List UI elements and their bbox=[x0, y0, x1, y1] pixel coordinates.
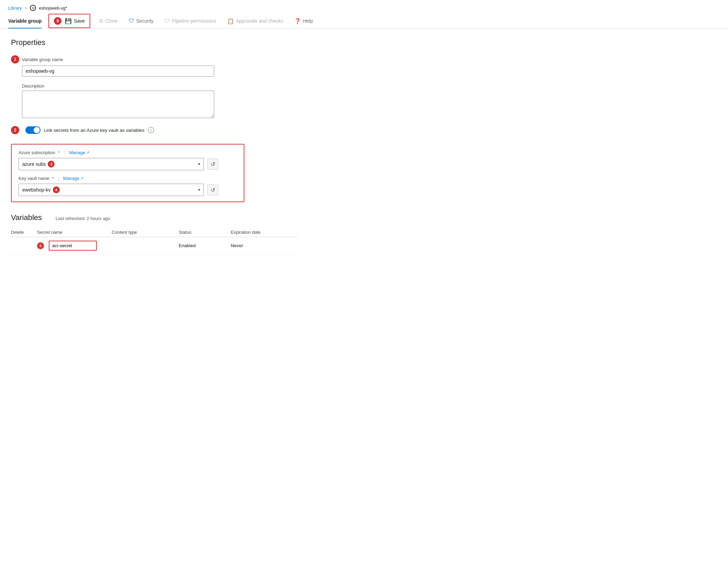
pipeline-icon: 🛡 bbox=[164, 18, 170, 24]
description-input[interactable] bbox=[22, 91, 214, 118]
shield-icon: 🛡 bbox=[129, 18, 134, 24]
approvals-label: Approvals and checks bbox=[236, 18, 283, 24]
tab-variable-group[interactable]: Variable group bbox=[8, 14, 42, 28]
content-type-cell bbox=[112, 237, 178, 254]
last-refreshed: Last refreshed: 2 hours ago bbox=[56, 216, 110, 221]
chevron-down-icon-2: ▾ bbox=[198, 187, 200, 192]
clone-label: Clone bbox=[105, 18, 118, 24]
toggle-label: Link secrets from an Azure key vault as … bbox=[44, 128, 145, 133]
key-vault-name-label: Key vault name bbox=[19, 176, 49, 181]
secret-name-cell: 5 bbox=[37, 237, 112, 254]
library-link[interactable]: Library bbox=[8, 5, 22, 11]
tab-variable-group-label: Variable group bbox=[8, 18, 42, 24]
breadcrumb-current-page: eshopweb-vg* bbox=[39, 5, 67, 11]
variable-group-icon: ⊙ bbox=[30, 5, 36, 11]
variables-table: Delete Secret name Content type Status E… bbox=[11, 228, 298, 254]
link-secrets-toggle[interactable] bbox=[25, 126, 41, 134]
col-header-secret-name: Secret name bbox=[37, 228, 112, 237]
save-badge: 6 bbox=[54, 17, 61, 25]
save-button[interactable]: 6 💾 Save bbox=[48, 14, 90, 28]
approvals-button[interactable]: 📋 Approvals and checks bbox=[222, 15, 288, 27]
step4-badge: 4 bbox=[53, 186, 60, 193]
pipeline-permissions-button[interactable]: 🛡 Pipeline permissions bbox=[160, 15, 221, 27]
security-label: Security bbox=[136, 18, 154, 24]
col-header-delete: Delete bbox=[11, 228, 37, 237]
main-content: Properties 1 Variable group name Descrip… bbox=[0, 28, 309, 264]
toolbar: Variable group 6 💾 Save ⧉ Clone 🛡 Securi… bbox=[0, 14, 728, 28]
refresh-keyvault-button[interactable]: ↺ bbox=[207, 184, 218, 195]
azure-subscription-label: Azure subscription bbox=[19, 150, 55, 155]
variable-group-name-field: 1 Variable group name bbox=[11, 55, 298, 77]
variable-group-name-input[interactable] bbox=[22, 66, 214, 77]
pipeline-permissions-label: Pipeline permissions bbox=[172, 18, 216, 24]
col-header-expiration-date: Expiration date bbox=[231, 228, 298, 237]
col-header-content-type: Content type bbox=[112, 228, 178, 237]
external-link-icon-2: ↗ bbox=[80, 176, 83, 181]
chevron-down-icon: ▾ bbox=[198, 162, 200, 166]
azure-subscription-value: azure subs bbox=[22, 161, 46, 167]
save-icon: 💾 bbox=[65, 18, 72, 24]
manage-keyvault-link[interactable]: Manage ↗ bbox=[63, 176, 83, 181]
description-label: Description bbox=[22, 83, 298, 89]
clone-icon: ⧉ bbox=[99, 18, 103, 24]
table-row: 5EnabledNever bbox=[11, 237, 298, 254]
refresh-subscription-button[interactable]: ↺ bbox=[207, 159, 218, 170]
refresh-icon: ↺ bbox=[211, 161, 215, 168]
expiration-date-cell: Never bbox=[231, 237, 298, 254]
external-link-icon: ↗ bbox=[86, 150, 89, 155]
keyvault-section: Azure subscription * | Manage ↗ azure su… bbox=[11, 144, 244, 202]
secret-name-input[interactable] bbox=[49, 241, 97, 251]
info-icon[interactable]: i bbox=[148, 127, 154, 133]
step3-badge: 3 bbox=[48, 161, 55, 168]
approvals-icon: 📋 bbox=[227, 18, 234, 24]
help-button[interactable]: ❓ Help bbox=[289, 15, 318, 27]
key-vault-required-marker: * bbox=[52, 176, 54, 181]
col-header-status: Status bbox=[179, 228, 231, 237]
required-marker: * bbox=[58, 150, 60, 155]
properties-title: Properties bbox=[11, 38, 298, 47]
breadcrumb: Library > ⊙ eshopweb-vg* bbox=[0, 0, 728, 14]
key-vault-name-value: ewebshop-kv bbox=[22, 187, 51, 193]
manage-subscription-link[interactable]: Manage ↗ bbox=[69, 150, 89, 155]
key-vault-name-select[interactable]: ewebshop-kv 4 ▾ bbox=[19, 184, 204, 196]
variables-title: Variables bbox=[11, 213, 42, 222]
status-cell: Enabled bbox=[179, 237, 231, 254]
azure-subscription-select[interactable]: azure subs 3 ▾ bbox=[19, 158, 204, 170]
azure-subscription-row: Azure subscription * | Manage ↗ azure su… bbox=[19, 150, 237, 170]
clone-button[interactable]: ⧉ Clone bbox=[94, 15, 123, 27]
security-button[interactable]: 🛡 Security bbox=[124, 15, 159, 27]
breadcrumb-separator: > bbox=[25, 5, 27, 11]
variables-header: Variables Last refreshed: 2 hours ago bbox=[11, 213, 298, 222]
toggle-row: 2 Link secrets from an Azure key vault a… bbox=[11, 126, 298, 134]
help-label: Help bbox=[303, 18, 313, 24]
refresh-icon-2: ↺ bbox=[211, 187, 215, 193]
help-icon: ❓ bbox=[294, 18, 301, 24]
step1-badge: 1 bbox=[11, 55, 19, 64]
delete-cell bbox=[11, 237, 37, 254]
save-label: Save bbox=[74, 18, 85, 24]
key-vault-name-row: Key vault name * | Manage ↗ ewebshop-kv … bbox=[19, 176, 237, 196]
step5-badge: 5 bbox=[37, 242, 44, 249]
step2-badge: 2 bbox=[11, 126, 19, 134]
description-field: Description bbox=[11, 83, 298, 119]
variable-group-name-label: Variable group name bbox=[22, 57, 63, 62]
